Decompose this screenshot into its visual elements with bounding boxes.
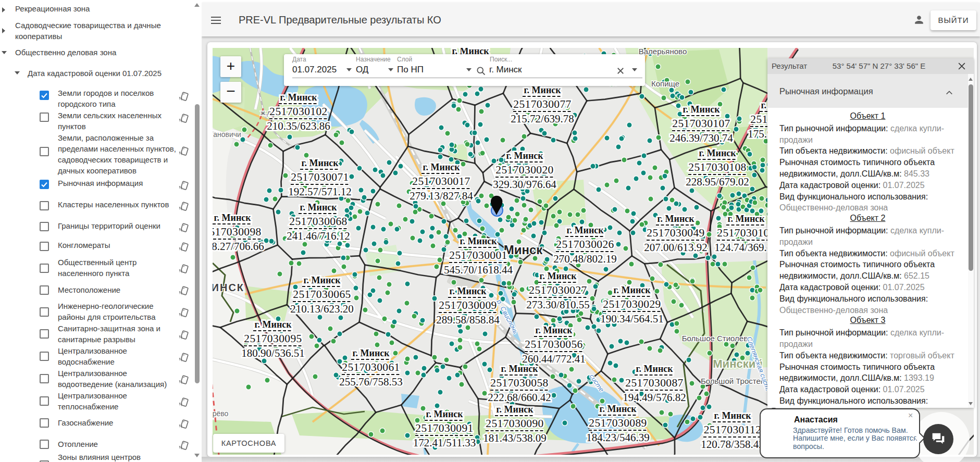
svg-text:рёво: рёво [213,409,229,418]
svg-text:2517030098: 2517030098 [213,226,262,238]
svg-text:г. Минск: г. Минск [714,410,751,421]
svg-text:2517030027: 2517030027 [529,284,587,296]
svg-text:Копище: Копище [651,79,679,88]
svg-text:г. Минск: г. Минск [535,325,573,335]
svg-text:255.76/758.53: 255.76/758.53 [339,376,402,388]
svg-text:г. Минск: г. Минск [727,214,765,224]
svg-text:ановичи: ановичи [213,130,241,139]
svg-text:г. Минск: г. Минск [300,202,337,213]
svg-text:2517030026: 2517030026 [556,238,614,251]
svg-text:228.95/679.02: 228.95/679.02 [686,176,749,188]
svg-text:г. Минск: г. Минск [460,236,497,246]
svg-text:г. Минск: г. Минск [636,364,673,374]
svg-text:г. Минск: г. Минск [426,409,463,419]
svg-text:246.39/730.74: 246.39/730.74 [669,132,733,144]
svg-text:184.23/546.39: 184.23/546.39 [586,431,649,444]
svg-text:241.46/716.12: 241.46/716.12 [287,230,350,242]
svg-text:2517030058: 2517030058 [490,377,549,389]
svg-text:г. Минск: г. Минск [506,151,543,161]
svg-text:181.43/538.09: 181.43/538.09 [483,432,546,444]
svg-text:2517030061: 2517030061 [342,361,400,373]
svg-text:273.30/810.55: 273.30/810.55 [526,298,589,311]
svg-text:г. Минск: г. Минск [566,225,604,235]
svg-text:г. Минск: г. Минск [699,148,736,158]
svg-text:180.90/536.51: 180.90/536.51 [241,347,304,359]
svg-text:2517030020: 2517030020 [495,164,554,176]
svg-text:г. Минск: г. Минск [683,104,720,115]
svg-text:г. Минск: г. Минск [501,364,538,374]
svg-text:329.30/976.64: 329.30/976.64 [493,178,556,191]
svg-text:194.49/576.82: 194.49/576.82 [623,391,686,404]
svg-text:172.41/511.33: 172.41/511.33 [413,436,476,449]
svg-text:2517030090: 2517030090 [486,417,544,430]
svg-text:г. Минск: г. Минск [423,162,460,172]
svg-text:2517030091: 2517030091 [415,422,474,434]
svg-text:г. Минск: г. Минск [524,85,561,95]
svg-text:г. Минск: г. Минск [539,271,577,281]
svg-text:г. Минск: г. Минск [599,404,637,414]
svg-text:г. Минск: г. Минск [613,285,651,295]
svg-text:210.35/623.86: 210.35/623.86 [267,120,330,132]
svg-text:2517030065: 2517030065 [293,288,351,301]
svg-text:207.00/613.92: 207.00/613.92 [644,241,707,254]
svg-text:г. Минск: г. Минск [301,158,339,168]
svg-text:г. Минск: г. Минск [352,348,390,358]
svg-text:2517030112: 2517030112 [704,423,762,436]
svg-text:2517030056: 2517030056 [525,338,583,351]
svg-text:270.48/802.19: 270.48/802.19 [553,253,616,265]
svg-text:138.27/706.66: 138.27/706.66 [213,240,264,253]
svg-text:120.78/358.42: 120.78/358.42 [701,438,764,451]
svg-text:2517030108: 2517030108 [688,161,747,173]
svg-text:Большое Стиолево: Большое Стиолево [682,334,752,343]
svg-text:2517030089: 2517030089 [589,417,647,429]
svg-text:2517030071: 2517030071 [291,171,349,183]
svg-text:г. Минск: г. Минск [280,92,317,103]
svg-text:545.70/1618.44: 545.70/1618.44 [444,264,513,276]
svg-text:МИНСК: МИНСК [213,282,244,293]
svg-text:2517030095: 2517030095 [244,332,302,345]
svg-text:г. Минск: г. Минск [657,214,694,224]
svg-text:г. Минск: г. Минск [254,319,292,330]
svg-text:215.72/639.78: 215.72/639.78 [511,113,574,125]
svg-text:г. Минск: г. Минск [214,213,251,223]
svg-text:г. Минск: г. Минск [303,275,341,285]
svg-text:192.57/571.12: 192.57/571.12 [288,185,351,198]
svg-text:222.68/660.42: 222.68/660.42 [488,391,551,404]
svg-text:2517030077: 2517030077 [513,98,572,110]
svg-text:г. Минск: г. Минск [496,404,534,415]
svg-text:289.58/858.84: 289.58/858.84 [436,314,500,326]
svg-text:210.13/623.20: 210.13/623.20 [290,303,353,315]
svg-text:2517030009: 2517030009 [439,299,497,311]
svg-text:г. Минск: г. Минск [449,286,487,296]
svg-text:Минск: Минск [504,243,543,257]
svg-text:190.34/564.51: 190.34/564.51 [600,313,663,325]
svg-text:2517030107: 2517030107 [672,117,730,130]
svg-text:2517030106: 2517030106 [717,227,775,239]
svg-text:2517030001: 2517030001 [449,249,507,261]
svg-text:2517030017: 2517030017 [412,175,470,188]
svg-text:279.13/827.84: 279.13/827.84 [410,190,473,202]
svg-text:2517030049: 2517030049 [647,227,705,239]
svg-text:2517030029: 2517030029 [603,298,661,310]
svg-text:Валерьяново: Валерьяново [639,48,687,56]
svg-text:2517030102: 2517030102 [269,105,328,118]
svg-text:2517030068: 2517030068 [289,215,348,228]
svg-text:2517030087: 2517030087 [625,377,684,389]
